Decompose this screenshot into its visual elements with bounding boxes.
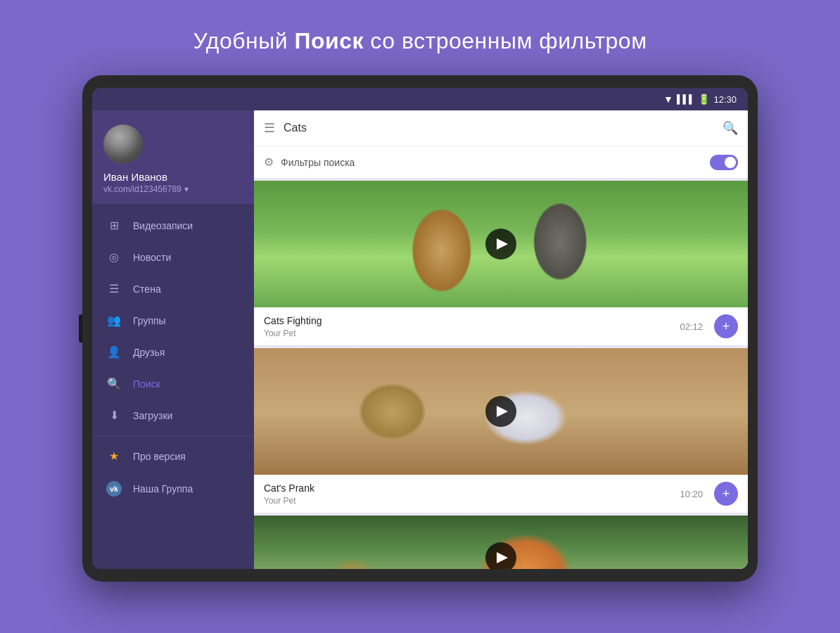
sidebar-item-label: Про версия (133, 451, 186, 462)
video-duration: 02:12 (680, 321, 703, 332)
sidebar-item-wall[interactable]: ☰ Стена (92, 273, 254, 305)
add-to-playlist-button[interactable]: + (714, 314, 738, 338)
tablet-frame: ▼ ▌▌▌ 🔋 12:30 Иван Иванов vk.com/id12345… (82, 75, 758, 582)
play-button[interactable] (485, 229, 516, 260)
wifi-icon: ▼ (663, 94, 673, 105)
sidebar-item-pro[interactable]: ★ Про версия (92, 440, 254, 472)
groups-icon: 👥 (106, 314, 122, 327)
video-thumbnail[interactable] (254, 516, 748, 569)
sidebar-item-friends[interactable]: 👤 Друзья (92, 336, 254, 368)
sidebar-item-label: Видеозаписи (133, 220, 193, 231)
nav-divider (92, 435, 254, 436)
vk-icon: vk (106, 481, 122, 497)
videos-icon: ⊞ (106, 219, 122, 232)
status-bar: ▼ ▌▌▌ 🔋 12:30 (92, 88, 748, 110)
video-duration: 10:20 (680, 489, 703, 499)
filter-toggle[interactable] (710, 155, 738, 170)
news-icon: ◎ (106, 250, 122, 264)
filter-bar: ⚙ Фильтры поиска (254, 146, 748, 178)
play-triangle-icon (497, 238, 508, 250)
profile-section[interactable]: Иван Иванов vk.com/id123456789 ▾ (92, 110, 254, 204)
main-area: Иван Иванов vk.com/id123456789 ▾ ⊞ Видео… (92, 110, 748, 569)
video-card (254, 516, 748, 569)
filter-label: Фильтры поиска (281, 157, 703, 168)
avatar (103, 124, 143, 164)
sidebar-item-videos[interactable]: ⊞ Видеозаписи (92, 210, 254, 241)
nav-list: ⊞ Видеозаписи ◎ Новости ☰ Стена 👥 Группы (92, 204, 254, 569)
sidebar-item-downloads[interactable]: ⬇ Загрузки (92, 399, 254, 431)
video-list: Cats Fighting Your Pet 02:12 + (254, 178, 748, 569)
signal-icon: ▌▌▌ (677, 94, 695, 104)
profile-name: Иван Иванов (103, 171, 167, 183)
hamburger-icon[interactable]: ☰ (264, 120, 275, 136)
sidebar-item-label: Поиск (133, 378, 160, 390)
star-icon: ★ (106, 449, 122, 463)
video-title: Cats Fighting (264, 314, 674, 327)
add-to-playlist-button[interactable]: + (714, 482, 738, 506)
tablet-screen: ▼ ▌▌▌ 🔋 12:30 Иван Иванов vk.com/id12345… (92, 88, 748, 569)
video-card: Cats Fighting Your Pet 02:12 + (254, 181, 748, 345)
side-button (79, 314, 82, 343)
page-title: Удобный Поиск со встроенным фильтром (193, 28, 647, 54)
friends-icon: 👤 (106, 345, 122, 359)
battery-icon: 🔋 (698, 94, 710, 105)
sidebar-item-label: Новости (133, 252, 171, 263)
search-input[interactable] (284, 122, 714, 134)
sidebar-item-label: Стена (133, 283, 161, 295)
sidebar-item-groups[interactable]: 👥 Группы (92, 305, 254, 336)
add-icon: + (723, 320, 730, 333)
sidebar-item-label: Наша Группа (133, 483, 193, 494)
play-button[interactable] (485, 542, 516, 569)
video-title: Cat's Prank (264, 482, 674, 494)
video-thumbnail[interactable] (254, 348, 748, 475)
video-info: Cats Fighting Your Pet 02:12 + (254, 307, 748, 345)
sidebar-item-search[interactable]: 🔍 Поиск (92, 368, 254, 399)
wall-icon: ☰ (106, 282, 122, 295)
time-display: 12:30 (713, 94, 737, 105)
sidebar-item-group[interactable]: vk Наша Группа (92, 472, 254, 506)
play-triangle-icon (497, 406, 508, 417)
sidebar-item-news[interactable]: ◎ Новости (92, 241, 254, 273)
play-triangle-icon (497, 552, 508, 563)
play-button[interactable] (485, 396, 516, 427)
sidebar: Иван Иванов vk.com/id123456789 ▾ ⊞ Видео… (92, 110, 254, 569)
search-bar: ☰ 🔍 (254, 110, 748, 146)
content-area: ☰ 🔍 ⚙ Фильтры поиска (254, 110, 748, 569)
downloads-icon: ⬇ (106, 409, 122, 422)
search-icon: 🔍 (106, 377, 122, 390)
sidebar-item-label: Друзья (133, 347, 165, 358)
sidebar-item-label: Группы (133, 315, 166, 326)
video-channel: Your Pet (264, 496, 674, 506)
video-card: Cat's Prank Your Pet 10:20 + (254, 348, 748, 513)
video-info: Cat's Prank Your Pet 10:20 + (254, 475, 748, 513)
profile-url: vk.com/id123456789 (103, 184, 182, 194)
settings-icon: ⚙ (264, 155, 274, 169)
chevron-down-icon: ▾ (184, 184, 189, 194)
video-thumbnail[interactable] (254, 181, 748, 307)
video-channel: Your Pet (264, 328, 674, 338)
search-submit-icon[interactable]: 🔍 (723, 120, 738, 136)
add-icon: + (723, 487, 730, 500)
sidebar-item-label: Загрузки (133, 410, 172, 421)
